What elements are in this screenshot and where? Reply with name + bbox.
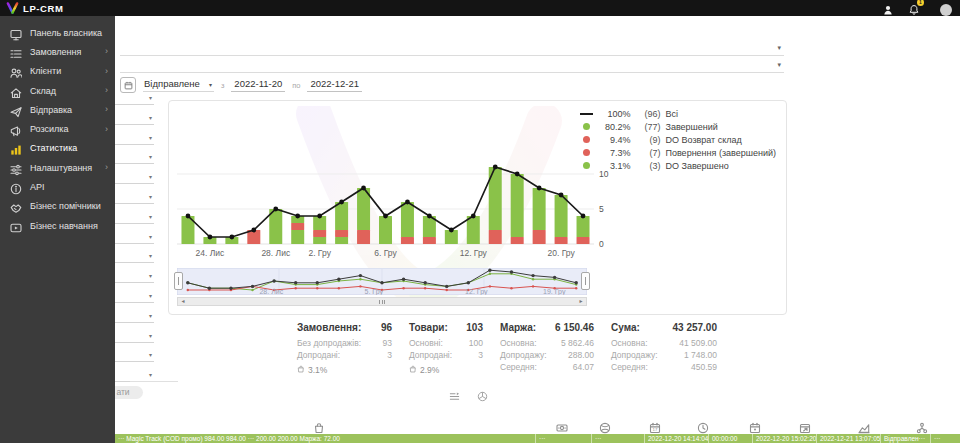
chevron-down-icon: ▾ (149, 312, 152, 319)
sidebar-item-owner-panel[interactable]: Панель власника (0, 23, 115, 42)
bar-segment-red[interactable] (357, 230, 370, 244)
line-point[interactable] (383, 214, 388, 219)
chevron-right-icon: › (105, 163, 108, 172)
line-point[interactable] (559, 193, 564, 198)
status-type-select[interactable]: Відправлене ▾ (143, 78, 214, 92)
line-point[interactable] (493, 165, 498, 170)
bar-segment-green[interactable] (467, 216, 480, 244)
line-point[interactable] (295, 214, 300, 219)
legend-item[interactable]: 9.4%(9)DO Возврат склад (578, 133, 776, 146)
globe-icon[interactable] (477, 388, 488, 406)
result-cell: Відправлен··· (880, 434, 930, 443)
mini-filter-select-4[interactable]: ▾ (115, 150, 154, 164)
sidebar-item-shipping[interactable]: Відправка› (0, 100, 115, 119)
legend-item[interactable]: 3.1%(3)DO Завершено (578, 159, 776, 172)
navigator-left-handle[interactable] (174, 272, 183, 290)
legend-item[interactable]: 7.3%(7)Повернення (завершений) (578, 146, 776, 159)
legend-count: (3) (634, 161, 660, 171)
legend-percent: 100% (598, 109, 630, 119)
sidebar-item-training[interactable]: Бізнес навчання (0, 216, 115, 235)
line-point[interactable] (339, 200, 344, 205)
line-point[interactable] (427, 214, 432, 219)
line-point[interactable] (273, 207, 278, 212)
bar-segment-red[interactable] (335, 230, 348, 237)
mini-filter-select-8[interactable]: ▾ (115, 230, 154, 244)
result-table-row[interactable]: ··· Magic Track (COD промо) 984.00 984.0… (115, 434, 960, 443)
bar-segment-green[interactable] (533, 188, 546, 230)
legend-item[interactable]: 100%(96)Всі (578, 107, 776, 120)
bar-segment-green[interactable] (401, 202, 414, 237)
date-to-input[interactable]: 2022-12-21 (307, 78, 362, 92)
mini-filter-select-6[interactable]: ▾ (115, 190, 154, 204)
bar-segment-green[interactable] (379, 216, 392, 244)
bell-icon[interactable]: 1 (908, 2, 920, 14)
line-point[interactable] (515, 172, 520, 177)
bar-segment-green[interactable] (313, 237, 326, 244)
line-point[interactable] (361, 186, 366, 191)
sidebar-item-api[interactable]: API (0, 177, 115, 196)
line-point[interactable] (229, 235, 234, 240)
sidebar-item-statistics[interactable]: Статистика (0, 139, 115, 158)
mini-filter-select-12[interactable]: ▾ (115, 309, 154, 323)
navigator-right-handle[interactable] (581, 272, 590, 290)
scroll-left-icon[interactable]: ◂ (178, 298, 188, 305)
bar-segment-red[interactable] (401, 237, 414, 244)
mini-filter-select-9[interactable]: ▾ (115, 249, 154, 263)
sidebar-item-clients[interactable]: Клієнти› (0, 62, 115, 81)
line-point[interactable] (471, 214, 476, 219)
mini-filter-select-2[interactable]: ▾ (115, 111, 154, 125)
app-logo[interactable]: LP-CRM (6, 2, 64, 14)
mini-filter-select-3[interactable]: ▾ (115, 131, 154, 145)
filter-select-2[interactable]: ▾ (120, 57, 784, 73)
line-point[interactable] (405, 200, 410, 205)
mini-filter-select-10[interactable]: ▾ (115, 269, 154, 283)
bar-segment-green[interactable] (335, 202, 348, 230)
line-point[interactable] (537, 186, 542, 191)
bar-segment-green[interactable] (291, 230, 304, 244)
bar-segment-red[interactable] (489, 230, 502, 244)
chart-legend: 100%(96)Всі80.2%(77)Завершений9.4%(9)DO … (578, 107, 776, 172)
list-icon[interactable] (449, 388, 460, 406)
logo-v-icon (6, 2, 19, 14)
bar-segment-red[interactable] (555, 237, 568, 244)
mini-filter-select-13[interactable]: ▾ (115, 329, 154, 343)
line-point[interactable] (581, 214, 586, 219)
chevron-down-icon: ▾ (149, 213, 152, 220)
legend-count: (96) (634, 109, 660, 119)
legend-item[interactable]: 80.2%(77)Завершений (578, 120, 776, 133)
mini-filter-select-5[interactable]: ▾ (115, 170, 154, 184)
bar-segment-green[interactable] (577, 216, 590, 237)
line-point[interactable] (317, 214, 322, 219)
mini-filter-select-11[interactable]: ▾ (115, 289, 154, 303)
line-point[interactable] (208, 235, 213, 240)
scroll-right-icon[interactable]: ▸ (576, 298, 586, 305)
bar-segment-green[interactable] (335, 237, 348, 244)
user-icon[interactable] (882, 2, 894, 14)
navigator-scrollbar[interactable]: ◂ ▸ (177, 297, 587, 306)
mini-filter-select-1[interactable]: ▾ (115, 91, 154, 105)
mini-filter-select-14[interactable]: ▾ (115, 348, 154, 362)
line-point[interactable] (251, 228, 256, 233)
bar-segment-red[interactable] (577, 237, 590, 244)
line-point[interactable] (186, 214, 191, 219)
legend-dot-swatch (578, 162, 594, 169)
date-from-input[interactable]: 2022-11-20 (231, 78, 285, 92)
sidebar-item-warehouse[interactable]: Склад› (0, 81, 115, 100)
scrollbar-grip[interactable] (379, 300, 385, 304)
bar-segment-green[interactable] (511, 174, 524, 237)
bar-segment-green[interactable] (555, 195, 568, 237)
bar-segment-red[interactable] (511, 237, 524, 244)
bar-segment-red[interactable] (313, 230, 326, 237)
edge-partial-icon[interactable] (934, 2, 946, 14)
filter-select-1[interactable]: ▾ (120, 40, 784, 56)
sidebar-item-orders[interactable]: Замовлення› (0, 42, 115, 61)
sidebar-item-mailing[interactable]: Розсилка› (0, 119, 115, 138)
line-point[interactable] (449, 228, 454, 233)
sidebar-item-helpers[interactable]: Бізнес помічники (0, 197, 115, 216)
sidebar-item-settings[interactable]: Налаштування› (0, 158, 115, 177)
bar-segment-red[interactable] (423, 237, 436, 244)
bar-segment-red[interactable] (533, 230, 546, 244)
chart-navigator[interactable]: 28. Лис5. Гру12. Гру19. Гру (177, 268, 587, 295)
bar-segment-red[interactable] (291, 223, 304, 230)
mini-filter-select-7[interactable]: ▾ (115, 210, 154, 224)
